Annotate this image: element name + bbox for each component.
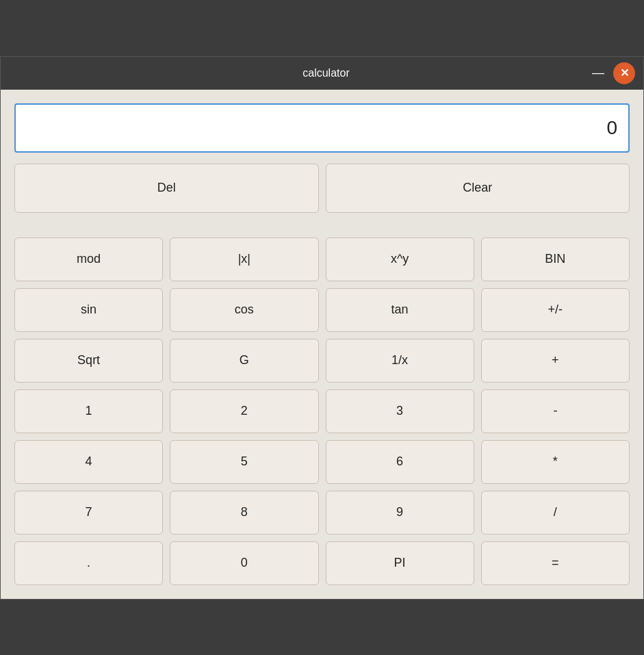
button-plusminus[interactable]: +/-: [481, 288, 630, 332]
button-row-2: SqrtG1/x+: [14, 339, 630, 383]
button-row-1: sincostan+/-: [14, 288, 630, 332]
title-bar: calculator — ✕: [1, 57, 643, 90]
button-9[interactable]: 9: [326, 491, 474, 535]
button-6[interactable]: 6: [326, 440, 474, 484]
button-row-3: 123-: [14, 389, 630, 433]
button-mod[interactable]: mod: [14, 237, 163, 281]
button-cos[interactable]: cos: [170, 288, 318, 332]
calculator-window: calculator — ✕ 0 Del Clear mod|x|x^yBINs…: [0, 56, 644, 600]
button-row-6: .0PI=: [14, 541, 630, 585]
button-minus[interactable]: -: [481, 389, 630, 433]
button-7[interactable]: 7: [14, 491, 163, 535]
button-grid: mod|x|x^yBINsincostan+/-SqrtG1/x+123-456…: [14, 237, 630, 585]
button-tan[interactable]: tan: [326, 288, 474, 332]
button-power[interactable]: x^y: [326, 237, 474, 281]
button-G[interactable]: G: [170, 339, 318, 383]
button-multiply[interactable]: *: [481, 440, 630, 484]
button-pi[interactable]: PI: [326, 541, 474, 585]
button-2[interactable]: 2: [170, 389, 318, 433]
button-5[interactable]: 5: [170, 440, 318, 484]
button-bin[interactable]: BIN: [481, 237, 630, 281]
button-8[interactable]: 8: [170, 491, 318, 535]
button-plus[interactable]: +: [481, 339, 630, 383]
calculator-body: 0 Del Clear mod|x|x^yBINsincostan+/-Sqrt…: [1, 90, 643, 599]
button-0[interactable]: 0: [170, 541, 318, 585]
button-abs[interactable]: |x|: [170, 237, 318, 281]
button-4[interactable]: 4: [14, 440, 163, 484]
display[interactable]: 0: [14, 103, 630, 153]
button-row-5: 789/: [14, 491, 630, 535]
button-dot[interactable]: .: [14, 541, 163, 585]
button-1[interactable]: 1: [14, 389, 163, 433]
display-value: 0: [606, 117, 617, 139]
minimize-button[interactable]: —: [589, 64, 608, 83]
spacer: [14, 220, 630, 231]
del-button[interactable]: Del: [14, 164, 319, 213]
button-divide[interactable]: /: [481, 491, 630, 535]
button-sin[interactable]: sin: [14, 288, 163, 332]
button-row-0: mod|x|x^yBIN: [14, 237, 630, 281]
del-clear-row: Del Clear: [14, 164, 630, 213]
buttons-section: Del Clear mod|x|x^yBINsincostan+/-SqrtG1…: [14, 164, 630, 585]
button-3[interactable]: 3: [326, 389, 474, 433]
window-controls: — ✕: [589, 62, 635, 84]
button-row-4: 456*: [14, 440, 630, 484]
window-title: calculator: [64, 67, 589, 79]
close-button[interactable]: ✕: [613, 62, 635, 84]
button-reciprocal[interactable]: 1/x: [326, 339, 474, 383]
button-sqrt[interactable]: Sqrt: [14, 339, 163, 383]
button-equals[interactable]: =: [481, 541, 630, 585]
clear-button[interactable]: Clear: [326, 164, 630, 213]
